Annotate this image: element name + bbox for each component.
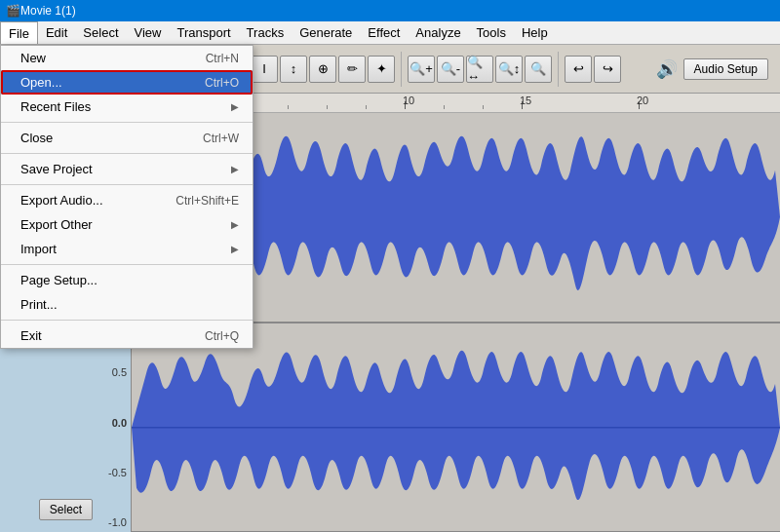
menu-effect[interactable]: Effect <box>360 21 408 44</box>
menu-edit[interactable]: Edit <box>38 21 75 44</box>
ruler-label-15: 15 <box>520 95 531 106</box>
file-export-audio-label: Export Audio... <box>20 193 103 208</box>
menu-file[interactable]: File <box>0 21 38 44</box>
zoom-in-tool-button[interactable]: ⊕ <box>309 56 336 83</box>
scale-0.5: 0.5 <box>98 366 127 378</box>
file-new-label: New <box>20 51 46 65</box>
file-page-setup-label: Page Setup... <box>20 273 98 287</box>
zoom-controls: 🔍+ 🔍- 🔍↔ 🔍↕ 🔍 <box>408 56 552 83</box>
pencil-tool-button[interactable]: ✏ <box>338 56 366 83</box>
file-sep-3 <box>1 184 253 185</box>
undo-button[interactable]: ↩ <box>565 56 592 83</box>
file-menu-recent[interactable]: Recent Files <box>1 95 253 119</box>
file-menu-dropdown: New Ctrl+N Open... Ctrl+O Recent Files C… <box>0 45 254 349</box>
tool-buttons: I ↕ ⊕ ✏ ✦ <box>251 56 395 83</box>
audio-setup-button[interactable]: Audio Setup <box>683 58 768 80</box>
file-menu-print[interactable]: Print... <box>1 292 253 317</box>
cursor-tool-button[interactable]: I <box>251 56 278 83</box>
file-save-label: Save Project <box>20 162 93 176</box>
audio-setup-area: 🔊 Audio Setup <box>656 58 776 80</box>
ruler-minor-tick <box>288 105 289 109</box>
file-menu-open[interactable]: Open... Ctrl+O <box>1 70 253 95</box>
toolbar-separator-2 <box>401 52 402 87</box>
select-tool-button[interactable]: ↕ <box>280 56 307 83</box>
file-sep-2 <box>1 153 253 154</box>
ruler-minor-tick-4 <box>444 105 445 109</box>
toolbar-separator-3 <box>558 52 559 87</box>
file-menu-page-setup[interactable]: Page Setup... <box>1 268 253 292</box>
ruler-label-10: 10 <box>403 95 414 106</box>
file-menu-save[interactable]: Save Project <box>1 157 253 181</box>
lower-waveform-visual <box>132 323 780 532</box>
zoom-fit-button[interactable]: 🔍↔ <box>466 56 493 83</box>
file-sep-1 <box>1 122 253 123</box>
file-close-label: Close <box>20 131 53 145</box>
undo-redo-group: ↩ ↪ <box>565 56 621 83</box>
ruler-minor-tick-5 <box>483 105 484 109</box>
scale-0.0: 0.0 <box>98 417 127 429</box>
scale-n0.5: -0.5 <box>98 467 127 478</box>
app-title: Movie 1(1) <box>20 4 76 18</box>
zoom-out-button[interactable]: 🔍- <box>437 56 464 83</box>
menu-tools[interactable]: Tools <box>469 21 514 44</box>
file-new-shortcut: Ctrl+N <box>206 52 239 65</box>
select-tool-btn[interactable]: Select <box>39 499 93 520</box>
file-sep-5 <box>1 320 253 321</box>
multi-tool-button[interactable]: ✦ <box>368 56 395 83</box>
file-print-label: Print... <box>20 297 58 312</box>
file-open-shortcut: Ctrl+O <box>205 76 239 90</box>
file-menu-exit[interactable]: Exit Ctrl+Q <box>1 323 253 348</box>
file-open-label: Open... <box>20 75 62 90</box>
file-export-audio-shortcut: Ctrl+Shift+E <box>176 194 239 208</box>
menu-bar: File Edit Select View Transport Tracks G… <box>0 21 780 45</box>
file-close-shortcut: Ctrl+W <box>203 132 239 145</box>
redo-button[interactable]: ↪ <box>594 56 621 83</box>
title-icon: 🎬 <box>6 4 20 18</box>
title-bar: 🎬 Movie 1(1) <box>0 0 780 21</box>
zoom-in-button[interactable]: 🔍+ <box>408 56 435 83</box>
zoom-reset-button[interactable]: 🔍 <box>525 56 552 83</box>
menu-select[interactable]: Select <box>75 21 126 44</box>
file-exit-label: Exit <box>20 328 42 343</box>
file-sep-4 <box>1 264 253 265</box>
menu-view[interactable]: View <box>127 21 170 44</box>
menu-generate[interactable]: Generate <box>292 21 360 44</box>
volume-icon: 🔊 <box>656 58 678 80</box>
bottom-bar: Select <box>0 487 132 532</box>
lower-waveform-track <box>132 323 780 533</box>
ruler-minor-tick-2 <box>327 105 328 109</box>
file-menu-new[interactable]: New Ctrl+N <box>1 46 253 70</box>
file-recent-label: Recent Files <box>20 99 91 114</box>
menu-tracks[interactable]: Tracks <box>239 21 292 44</box>
file-menu-close[interactable]: Close Ctrl+W <box>1 126 253 150</box>
file-export-other-label: Export Other <box>20 217 93 232</box>
file-exit-shortcut: Ctrl+Q <box>205 329 239 343</box>
file-menu-export-audio[interactable]: Export Audio... Ctrl+Shift+E <box>1 188 253 212</box>
file-import-label: Import <box>20 242 57 256</box>
file-menu-export-other[interactable]: Export Other <box>1 212 253 237</box>
menu-transport[interactable]: Transport <box>169 21 238 44</box>
ruler-label-20: 20 <box>637 95 648 106</box>
ruler-minor-tick-3 <box>366 105 367 109</box>
menu-analyze[interactable]: Analyze <box>408 21 468 44</box>
menu-help[interactable]: Help <box>514 21 556 44</box>
zoom-sel-button[interactable]: 🔍↕ <box>495 56 523 83</box>
file-menu-import[interactable]: Import <box>1 237 253 261</box>
